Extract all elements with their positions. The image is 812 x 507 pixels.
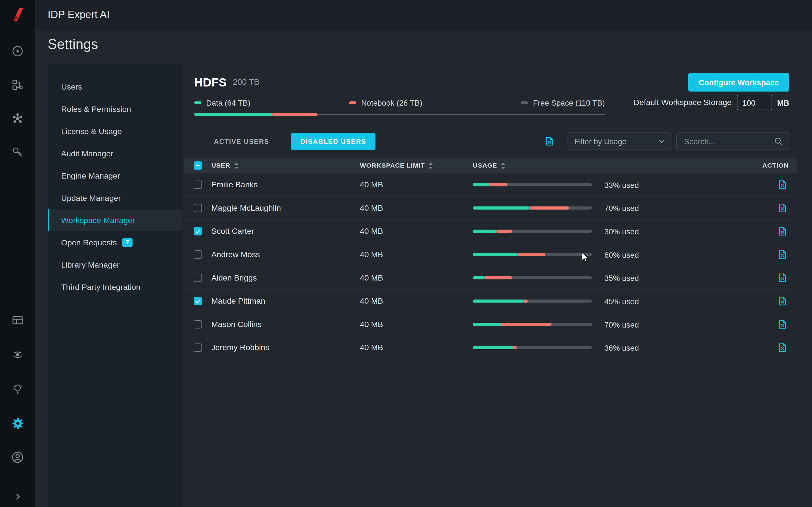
sidebar-item-label: Third Party Integration <box>61 282 141 291</box>
column-header-workspace-limit[interactable]: WORKSPACE LIMIT <box>360 162 473 169</box>
export-users-icon[interactable] <box>545 136 554 146</box>
usage-bar-data-segment <box>473 323 501 326</box>
sidebar-item-roles-permission[interactable]: Roles & Permission <box>48 98 183 120</box>
legend-item: Notebook (26 TB) <box>349 98 422 107</box>
usage-bar-notebook-segment <box>530 207 569 210</box>
sidebar-item-label: Update Manager <box>61 193 121 203</box>
sidebar-item-third-party-integration[interactable]: Third Party Integration <box>48 276 183 298</box>
usage-bar <box>473 299 592 302</box>
usage-percent: 30% used <box>604 227 639 235</box>
row-checkbox[interactable] <box>194 250 202 259</box>
user-name: Aiden Briggs <box>211 273 360 283</box>
sidebar-item-audit-manager[interactable]: Audit Manager <box>48 142 183 165</box>
workspace-limit: 40 MB <box>360 226 473 236</box>
sort-icon <box>234 162 239 169</box>
row-checkbox[interactable] <box>194 320 202 328</box>
row-action-icon[interactable] <box>778 250 787 259</box>
usage-percent: 45% used <box>604 297 639 305</box>
user-name: Jeremy Robbins <box>211 343 360 352</box>
default-storage-unit: MB <box>777 98 789 107</box>
sidebar-item-label: Users <box>61 82 82 91</box>
table-header: USER WORKSPACE LIMIT USAGE ACTION <box>185 158 798 173</box>
usage-bar <box>473 230 592 233</box>
search-box <box>676 132 789 150</box>
row-action-icon[interactable] <box>778 320 787 329</box>
play-icon[interactable] <box>11 45 24 58</box>
usage-percent: 35% used <box>604 274 639 282</box>
key-icon[interactable] <box>11 145 24 159</box>
workspace-limit: 40 MB <box>360 203 473 213</box>
usage-percent: 36% used <box>604 343 639 352</box>
storage-bar-notebook-segment <box>272 113 317 116</box>
sidebar-item-open-requests[interactable]: Open Requests 7 <box>48 231 183 253</box>
row-checkbox[interactable] <box>194 204 202 212</box>
table-row: Maggie McLaughlin 40 MB 70% used <box>185 196 798 220</box>
tab-disabled-users[interactable]: DISABLED USERS <box>291 133 375 150</box>
app-root: IDP Expert AI Settings Users Roles & Per… <box>0 0 812 507</box>
sidebar-item-library-manager[interactable]: Library Manager <box>48 253 183 276</box>
row-action-icon[interactable] <box>778 273 787 283</box>
column-header-usage[interactable]: USAGE <box>473 162 751 169</box>
default-storage-input[interactable] <box>737 95 772 110</box>
workspace-limit: 40 MB <box>360 320 473 329</box>
usage-bar <box>473 253 592 256</box>
expand-icon[interactable] <box>0 492 35 502</box>
usage-percent: 33% used <box>604 180 639 189</box>
configure-workspace-button[interactable]: Configure Workspace <box>688 73 789 92</box>
row-action-icon[interactable] <box>778 180 787 189</box>
usage-bar-data-segment <box>473 253 518 256</box>
idea-icon[interactable] <box>11 382 24 396</box>
legend-item: Free Space (110 TB) <box>521 98 605 107</box>
usage-bar-notebook-segment <box>485 276 512 279</box>
sidebar-item-license-usage[interactable]: License & Usage <box>48 120 183 142</box>
usage-bar-data-segment <box>473 299 524 302</box>
usage-bar <box>473 323 592 326</box>
row-checkbox[interactable] <box>194 297 202 305</box>
row-action-icon[interactable] <box>778 296 787 305</box>
flow-icon[interactable] <box>11 78 24 92</box>
row-checkbox[interactable] <box>194 274 202 282</box>
search-icon <box>774 137 782 145</box>
app-title: IDP Expert AI <box>48 9 110 20</box>
usage-bar-notebook-segment <box>490 183 507 186</box>
usage-percent: 70% used <box>604 204 639 212</box>
jupyter-icon[interactable] <box>11 348 24 362</box>
row-action-icon[interactable] <box>778 203 787 213</box>
user-name: Andrew Moss <box>211 250 360 259</box>
search-input[interactable] <box>683 136 774 146</box>
users-table: USER WORKSPACE LIMIT USAGE ACTION <box>185 158 798 359</box>
sidebar-item-update-manager[interactable]: Update Manager <box>48 187 183 209</box>
brand-logo-icon[interactable] <box>0 0 35 30</box>
workspace-limit: 40 MB <box>360 250 473 259</box>
usage-bar-data-segment <box>473 230 497 233</box>
row-checkbox[interactable] <box>194 227 202 235</box>
select-all-checkbox[interactable] <box>194 161 202 170</box>
usage-bar <box>473 276 592 279</box>
sidebar-item-engine-manager[interactable]: Engine Manager <box>48 165 183 187</box>
row-action-icon[interactable] <box>778 226 787 236</box>
default-storage-control: Default Workspace Storage MB <box>633 95 789 110</box>
sidebar-item-workspace-manager[interactable]: Workspace Manager <box>48 209 183 231</box>
column-header-user[interactable]: USER <box>211 162 360 169</box>
row-checkbox[interactable] <box>194 344 202 352</box>
user-name: Emilie Banks <box>211 180 360 189</box>
row-action-icon[interactable] <box>778 343 787 352</box>
tab-active-users[interactable]: ACTIVE USERS <box>205 133 278 150</box>
sidebar-item-users[interactable]: Users <box>48 75 183 98</box>
workspace-limit: 40 MB <box>360 273 473 283</box>
table-row: Andrew Moss 40 MB 60% used <box>185 243 798 267</box>
usage-bar <box>473 183 592 186</box>
profile-icon[interactable] <box>11 451 24 464</box>
sidebar-item-label: Roles & Permission <box>61 104 131 114</box>
kernel-icon[interactable] <box>11 314 24 328</box>
usage-bar-notebook-segment <box>497 230 512 233</box>
workspace-limit: 40 MB <box>360 296 473 305</box>
storage-title: HDFS <box>194 75 227 89</box>
filter-by-usage-select[interactable]: Filter by Usage <box>567 132 671 150</box>
storage-usage-bar <box>194 113 605 116</box>
settings-icon[interactable] <box>11 416 24 430</box>
row-checkbox[interactable] <box>194 180 202 189</box>
usage-bar-notebook-segment <box>513 346 517 349</box>
cluster-icon[interactable] <box>11 112 24 125</box>
legend-swatch <box>194 101 202 104</box>
